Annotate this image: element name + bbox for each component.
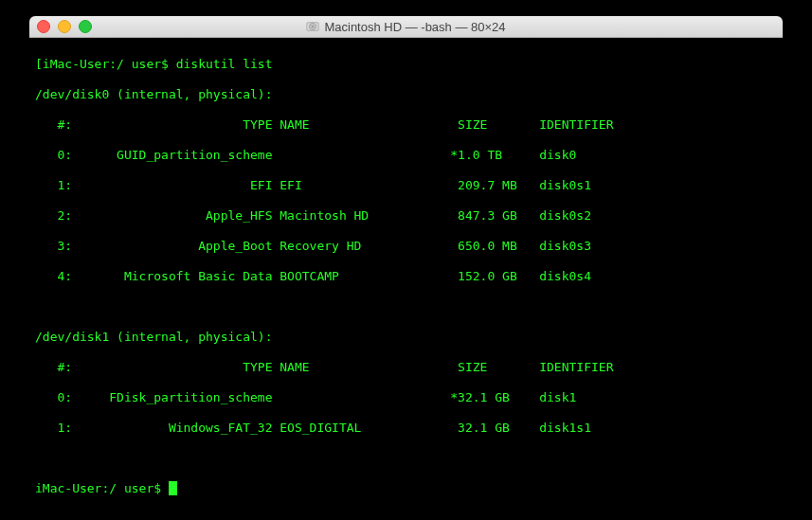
blank-line (35, 299, 777, 314)
close-icon[interactable] (37, 20, 50, 33)
cursor-icon (169, 481, 177, 495)
disk1-header: /dev/disk1 (internal, physical): (35, 330, 777, 345)
prompt-text: iMac-User:/ user$ (35, 481, 169, 495)
disk-icon (306, 20, 319, 33)
traffic-lights (37, 20, 92, 33)
table-row: 2: Apple_HFS Macintosh HD 847.3 GB disk0… (35, 208, 777, 224)
disk0-col-header: #: TYPE NAME SIZE IDENTIFIER (35, 117, 777, 133)
table-row: 4: Microsoft Basic Data BOOTCAMP 152.0 G… (35, 269, 777, 284)
table-row: 0: FDisk_partition_scheme *32.1 GB disk1 (35, 390, 777, 405)
terminal-window: Macintosh HD — -bash — 80×24 [iMac-User:… (29, 16, 783, 504)
disk1-col-header: #: TYPE NAME SIZE IDENTIFIER (35, 360, 777, 375)
window-title: Macintosh HD — -bash — 80×24 (324, 20, 505, 34)
disk0-header: /dev/disk0 (internal, physical): (35, 87, 777, 102)
prompt-line: [iMac-User:/ user$ diskutil list (35, 57, 777, 72)
terminal-body[interactable]: [iMac-User:/ user$ diskutil list /dev/di… (29, 38, 783, 504)
table-row: 1: Windows_FAT_32 EOS_DIGITAL 32.1 GB di… (35, 421, 777, 436)
table-row: 1: EFI EFI 209.7 MB disk0s1 (35, 178, 777, 193)
table-row: 0: GUID_partition_scheme *1.0 TB disk0 (35, 148, 777, 163)
prompt-line-2: iMac-User:/ user$ (35, 481, 777, 496)
table-row: 3: Apple_Boot Recovery HD 650.0 MB disk0… (35, 239, 777, 254)
svg-point-2 (313, 26, 315, 27)
blank-line (35, 451, 777, 466)
title-center: Macintosh HD — -bash — 80×24 (29, 20, 783, 34)
svg-rect-0 (307, 23, 318, 31)
svg-point-1 (310, 23, 316, 29)
titlebar[interactable]: Macintosh HD — -bash — 80×24 (29, 16, 783, 38)
maximize-icon[interactable] (79, 20, 92, 33)
minimize-icon[interactable] (58, 20, 71, 33)
